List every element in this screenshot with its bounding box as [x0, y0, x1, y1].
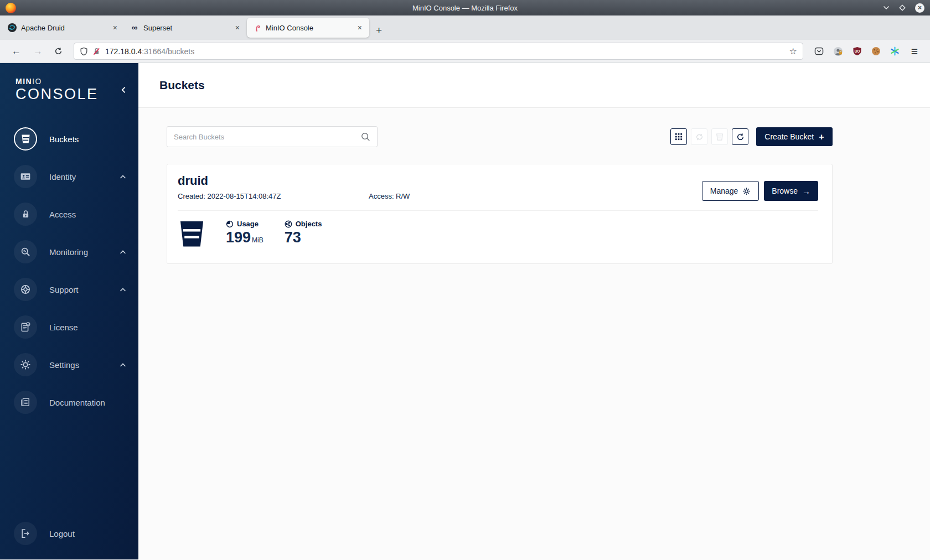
sync-button-disabled[interactable]	[691, 128, 707, 145]
tab-superset[interactable]: ∞ Superset ×	[125, 18, 247, 38]
superset-favicon: ∞	[130, 23, 139, 32]
minio-logo: MINIO CONSOLE	[16, 76, 99, 102]
bucket-info: druid Created: 2022-08-15T14:08:47Z Acce…	[178, 174, 410, 200]
back-button[interactable]: ←	[7, 44, 26, 59]
bucket-icon-large	[179, 220, 205, 248]
browser-toolbar: ← → 172.18.0.4:31664/buckets ☆ UO ≡	[0, 40, 930, 63]
refresh-button[interactable]	[732, 128, 748, 145]
sidebar-item-identity[interactable]: Identity	[14, 165, 128, 188]
bucket-card-druid[interactable]: druid Created: 2022-08-15T14:08:47Z Acce…	[167, 164, 833, 264]
tab-label: MinIO Console	[266, 24, 355, 32]
bucket-icon	[14, 127, 37, 151]
containers-asterisk-icon[interactable]	[890, 46, 900, 56]
support-lifebuoy-icon	[14, 278, 37, 301]
sidebar-item-label: Monitoring	[49, 247, 88, 257]
search-icon	[361, 132, 370, 142]
objects-value: 73	[285, 229, 301, 246]
tab-strip: Apache Druid × ∞ Superset × MinIO Consol…	[0, 15, 930, 40]
url-bar[interactable]: 172.18.0.4:31664/buckets ☆	[74, 43, 803, 60]
minio-flamingo-favicon	[252, 23, 261, 32]
gear-icon	[14, 353, 37, 376]
sidebar-item-label: Buckets	[49, 134, 79, 144]
account-avatar-icon[interactable]	[833, 46, 843, 56]
new-tab-button[interactable]: +	[369, 24, 389, 40]
buckets-toolbar: Create Bucket +	[167, 126, 833, 147]
sidebar-item-label: Documentation	[49, 398, 105, 407]
sidebar-item-settings[interactable]: Settings	[14, 353, 128, 376]
usage-label: Usage	[237, 220, 259, 228]
chevron-up-icon[interactable]	[117, 247, 128, 257]
tab-close-icon[interactable]: ×	[232, 22, 242, 33]
sidebar-item-support[interactable]: Support	[14, 278, 128, 301]
usage-unit: MiB	[252, 236, 264, 244]
gear-icon	[742, 187, 751, 195]
sidebar-item-logout[interactable]: Logout	[14, 522, 128, 545]
sidebar-item-license[interactable]: License	[14, 315, 128, 339]
firefox-icon	[6, 3, 16, 13]
usage-pie-icon	[226, 220, 234, 228]
manage-button[interactable]: Manage	[702, 181, 760, 201]
chevron-up-icon[interactable]	[117, 360, 128, 370]
sidebar-item-label: Support	[49, 285, 79, 294]
sidebar-collapse-icon[interactable]	[120, 86, 127, 94]
sidebar-item-documentation[interactable]: Documentation	[14, 391, 128, 414]
window-titlebar: MinIO Console — Mozilla Firefox ×	[0, 0, 930, 15]
tab-label: Apache Druid	[21, 24, 110, 32]
plus-icon: +	[819, 132, 824, 142]
tab-label: Superset	[143, 24, 232, 32]
pocket-icon[interactable]	[814, 46, 824, 56]
objects-icon	[285, 220, 292, 228]
bucket-name: druid	[178, 174, 410, 188]
browse-button[interactable]: Browse →	[764, 181, 818, 201]
insecure-lock-icon[interactable]	[92, 47, 101, 56]
sidebar-item-label: Access	[49, 210, 76, 219]
minio-sidebar: MINIO CONSOLE Buckets Identity	[0, 63, 138, 559]
window-minimize-icon[interactable]	[883, 6, 890, 10]
menu-icon[interactable]: ≡	[909, 45, 920, 58]
id-card-icon	[14, 165, 37, 188]
search-box[interactable]	[167, 126, 378, 147]
search-input[interactable]	[174, 133, 361, 141]
sidebar-item-label: Identity	[49, 172, 76, 182]
sidebar-item-label: License	[49, 323, 78, 332]
sidebar-item-access[interactable]: Access	[14, 203, 128, 226]
tab-close-icon[interactable]: ×	[355, 22, 365, 33]
tab-close-icon[interactable]: ×	[110, 22, 120, 33]
sidebar-item-buckets[interactable]: Buckets	[14, 127, 128, 151]
objects-label: Objects	[296, 220, 322, 228]
license-document-icon	[14, 315, 37, 339]
forward-button[interactable]: →	[28, 44, 48, 59]
chevron-up-icon[interactable]	[117, 285, 128, 294]
sidebar-item-label: Settings	[49, 360, 79, 370]
logout-icon	[14, 522, 37, 545]
arrow-right-icon: →	[802, 186, 810, 196]
bookmark-star-icon[interactable]: ☆	[789, 46, 797, 56]
card-divider	[178, 210, 818, 211]
ublock-shield-icon[interactable]: UO	[852, 46, 862, 56]
url-text: 172.18.0.4:31664/buckets	[105, 47, 194, 56]
lock-icon	[14, 203, 37, 226]
tracking-shield-icon[interactable]	[80, 47, 88, 56]
objects-stat: Objects 73	[285, 220, 322, 246]
reload-button[interactable]	[50, 45, 67, 58]
window-close-icon[interactable]: ×	[915, 3, 924, 13]
documentation-icon	[14, 391, 37, 414]
sidebar-item-monitoring[interactable]: Monitoring	[14, 240, 128, 263]
sidebar-item-label: Logout	[49, 529, 75, 538]
bucket-created: Created: 2022-08-15T14:08:47Z	[178, 192, 369, 200]
chevron-up-icon[interactable]	[117, 172, 128, 182]
grid-view-button[interactable]	[670, 128, 687, 145]
window-maximize-icon[interactable]	[899, 4, 906, 11]
usage-value: 199	[226, 229, 251, 246]
create-bucket-button[interactable]: Create Bucket +	[756, 127, 833, 146]
page-title: Buckets	[159, 79, 205, 92]
window-title: MinIO Console — Mozilla Firefox	[0, 4, 930, 12]
druid-favicon	[8, 23, 17, 32]
tab-apache-druid[interactable]: Apache Druid ×	[2, 18, 125, 38]
cookie-icon[interactable]	[871, 46, 881, 56]
delete-buckets-button-disabled[interactable]	[711, 128, 728, 145]
bucket-access: Access: R/W	[369, 192, 410, 200]
usage-stat: Usage 199 MiB	[226, 220, 264, 246]
tab-minio-console[interactable]: MinIO Console ×	[247, 18, 369, 38]
page-header: Buckets	[138, 63, 930, 108]
